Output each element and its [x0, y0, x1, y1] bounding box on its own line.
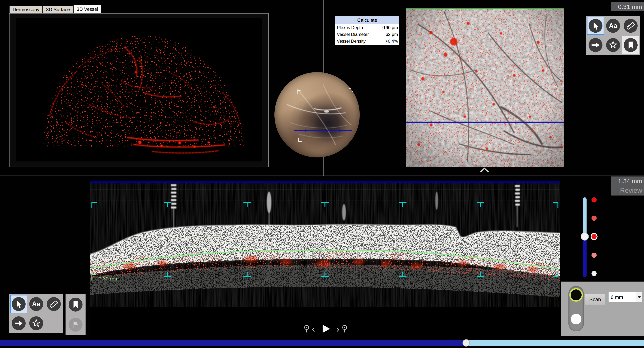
collapse-panel-button[interactable] [479, 167, 490, 173]
metric-value: ≈62 μm [373, 31, 399, 38]
oct-dermoscopy-workstation: { "colors": { "accent_selected": "#cfe4f… [0, 0, 644, 348]
frame-marker-dot[interactable] [592, 197, 596, 202]
tab-dermoscopy[interactable]: Dermoscopy [10, 6, 42, 13]
frame-marker-dot[interactable] [592, 271, 596, 276]
enface-view[interactable] [406, 8, 564, 167]
scan-length-value: 6 mm [611, 294, 623, 300]
position-scrollbar-thumb[interactable] [462, 339, 470, 346]
flag-tool-button-disabled [66, 315, 85, 334]
position-scrollbar-filled[interactable] [0, 340, 466, 345]
pointer-tool-button[interactable] [587, 17, 604, 35]
bookmark-toolbar [66, 294, 86, 335]
table-row: Vessel Density ≈0.4% [335, 38, 399, 45]
arrow-icon [588, 38, 602, 52]
metric-value: ≈190 μm [373, 24, 399, 31]
horizontal-divider [0, 176, 644, 176]
flag-icon [68, 318, 82, 332]
pin-icon [341, 324, 349, 333]
frame-marker-dot[interactable] [592, 253, 596, 258]
metric-label: Plexus Depth [335, 24, 373, 31]
text-annotation-button[interactable]: Aa [28, 295, 45, 313]
scan-mode-toggle[interactable] [568, 286, 584, 331]
metric-label: Vessel Density [335, 38, 373, 45]
metric-value: ≈0.4% [373, 38, 399, 45]
metric-label: Vessel Diameter [335, 31, 373, 38]
text-annotation-button[interactable]: Aa [604, 17, 622, 35]
play-button[interactable] [320, 324, 331, 334]
pointer-tool-button[interactable] [10, 295, 27, 313]
frame-marker-dot[interactable] [592, 234, 596, 239]
dropdown-button[interactable] [636, 292, 642, 302]
scan-button[interactable]: Scan [585, 294, 606, 305]
toggle-active-option[interactable] [569, 288, 583, 302]
ruler-icon [47, 297, 61, 311]
hair-glare-strokes [287, 85, 352, 145]
toolbar-spacer [45, 314, 62, 332]
pin-icon [302, 324, 311, 333]
play-icon [320, 324, 331, 334]
table-row: Plexus Depth ≈190 μm [335, 24, 399, 31]
review-mode-badge: Review [611, 186, 644, 195]
bscan-view[interactable]: 0.30 mm [90, 181, 560, 339]
playback-controls: ‹ › [293, 321, 358, 336]
scan-control-panel: Scan 6 mm [561, 281, 644, 336]
prev-marker-button[interactable]: ‹ [302, 324, 315, 334]
vessel-3d-view[interactable] [16, 18, 262, 161]
bookmark-tool-button[interactable] [66, 295, 85, 314]
frame-marker-dot[interactable] [592, 216, 596, 221]
dermoscopy-preview[interactable] [274, 72, 360, 157]
bookmark-tool-button[interactable] [622, 36, 639, 54]
fov-corner-markers [297, 89, 353, 142]
frame-slider-thumb[interactable] [581, 232, 589, 240]
scan-length-select[interactable]: 6 mm [608, 292, 642, 302]
arrow-annotation-button[interactable] [10, 314, 27, 332]
dropdown-arrow-icon [638, 296, 641, 298]
star-icon [29, 316, 43, 330]
arrow-icon [12, 316, 26, 330]
depth-scale-label: 0.30 mm [98, 276, 119, 281]
position-scrollbar-remaining[interactable] [466, 340, 644, 345]
table-row: Vessel Diameter ≈62 μm [335, 31, 399, 38]
next-marker-button[interactable]: › [336, 324, 349, 334]
star-icon [606, 38, 620, 52]
text-annotation-icon: Aa [606, 19, 620, 33]
ruler-icon [624, 19, 638, 33]
next-chevron: › [336, 324, 340, 334]
star-tool-button[interactable] [604, 36, 622, 54]
viewer-tab-strip: Dermoscopy 3D Surface 3D Vessel [10, 5, 102, 13]
pointer-icon [588, 19, 602, 33]
bscan-scale-label: 1.34 mm [611, 176, 644, 186]
measurement-table: Calculate Plexus Depth ≈190 μm Vessel Di… [335, 16, 399, 45]
prev-chevron: ‹ [312, 324, 315, 334]
calculate-button[interactable]: Calculate [335, 16, 399, 24]
chevron-up-icon [479, 167, 490, 173]
arrow-annotation-button[interactable] [587, 36, 604, 54]
ruler-tool-button[interactable] [622, 17, 639, 35]
star-tool-button[interactable] [28, 314, 45, 332]
toggle-inactive-option[interactable] [571, 314, 582, 324]
bookmark-icon [624, 38, 638, 52]
bscan-toolbar: Aa [9, 294, 63, 333]
text-annotation-icon: Aa [29, 297, 43, 311]
bookmark-icon [68, 298, 82, 311]
enface-scan-line[interactable] [406, 122, 564, 123]
dermoscopy-scan-line[interactable] [294, 129, 352, 132]
pointer-icon [12, 297, 26, 311]
enface-scale-label: 0.31 mm [611, 2, 644, 11]
tab-3d-surface[interactable]: 3D Surface [43, 6, 73, 13]
tab-3d-vessel[interactable]: 3D Vessel [74, 5, 101, 13]
enface-toolbar: Aa [586, 16, 640, 55]
ruler-tool-button[interactable] [45, 295, 62, 313]
